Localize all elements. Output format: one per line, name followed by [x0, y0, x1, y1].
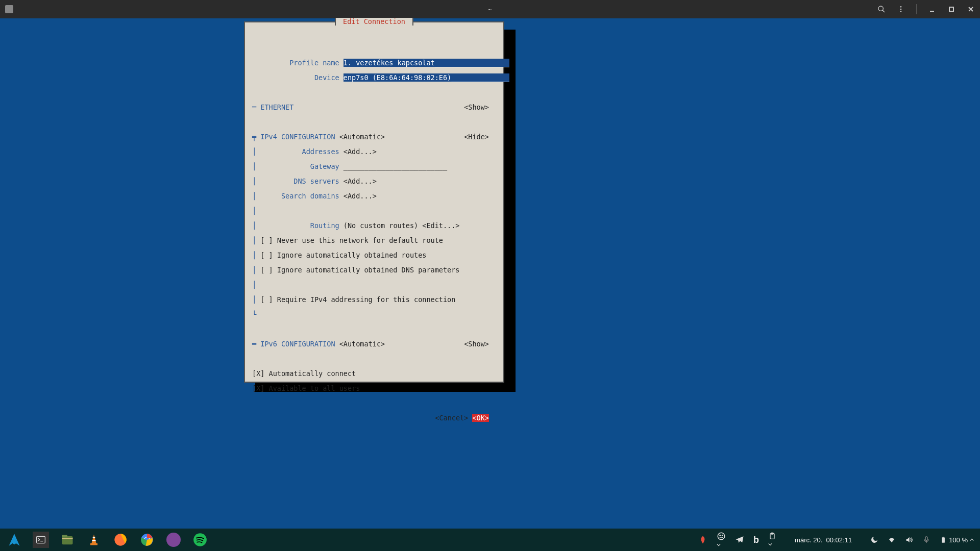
svg-point-2	[900, 6, 902, 8]
checkbox-ignore-routes[interactable]: [ ] Ignore automatically obtained routes	[260, 251, 426, 259]
routing-label: Routing	[310, 221, 339, 230]
battery-percent: 100 %	[949, 536, 968, 544]
routing-edit[interactable]: <Edit...>	[422, 221, 459, 230]
microphone-tray-icon[interactable]	[922, 536, 930, 544]
svg-rect-10	[62, 536, 73, 544]
spotify-launcher-icon[interactable]	[192, 532, 208, 548]
maximize-button[interactable]	[947, 5, 955, 13]
svg-rect-12	[62, 538, 73, 539]
ipv6-mode[interactable]: <Automatic>	[339, 340, 385, 348]
search-domains-add[interactable]: <Add...>	[344, 192, 377, 200]
checkbox-auto-connect[interactable]: [X] Automatically connect	[252, 369, 356, 378]
window-titlebar: ~	[0, 0, 980, 18]
svg-rect-14	[93, 537, 95, 538]
checkbox-ignore-dns[interactable]: [ ] Ignore automatically obtained DNS pa…	[260, 266, 459, 274]
svg-line-1	[883, 10, 885, 12]
arch-menu-icon[interactable]	[6, 532, 22, 548]
svg-point-4	[900, 11, 902, 12]
ethernet-section-label: ETHERNET	[260, 103, 293, 111]
gateway-input[interactable]: _________________________	[344, 162, 447, 170]
svg-point-22	[720, 535, 721, 536]
volume-tray-icon[interactable]	[905, 536, 913, 544]
svg-rect-11	[62, 535, 68, 538]
dns-label: DNS servers	[293, 177, 339, 185]
network-tray-icon[interactable]	[888, 536, 896, 544]
svg-rect-15	[92, 540, 96, 541]
ok-button[interactable]: <OK>	[472, 414, 489, 422]
device-label: Device	[314, 73, 339, 82]
profile-name-input[interactable]: 1. vezetékes kapcsolat__________________	[344, 59, 509, 67]
svg-rect-9	[37, 536, 45, 543]
svg-rect-27	[942, 537, 945, 543]
ipv4-hide-toggle[interactable]: <Hide>	[464, 133, 489, 141]
svg-point-21	[718, 533, 725, 540]
ipv4-mode[interactable]: <Automatic>	[339, 133, 385, 141]
ethernet-show-toggle[interactable]: <Show>	[464, 104, 489, 111]
addresses-label: Addresses	[302, 147, 339, 156]
window-title: ~	[488, 6, 492, 13]
emoji-picker-icon[interactable]	[717, 532, 726, 548]
svg-rect-28	[943, 537, 944, 537]
checkbox-never-default[interactable]: [ ] Never use this network for default r…	[260, 236, 443, 244]
svg-point-0	[878, 6, 883, 11]
bing-tray-icon[interactable]: b	[753, 535, 759, 545]
ipv6-show-toggle[interactable]: <Show>	[464, 340, 489, 348]
ipv6-section-label: IPv6 CONFIGURATION	[260, 340, 335, 348]
gateway-label: Gateway	[310, 162, 339, 170]
vlc-launcher-icon[interactable]	[86, 532, 102, 548]
chrome-launcher-icon[interactable]	[139, 532, 155, 548]
routing-value: (No custom routes)	[344, 221, 418, 230]
dns-add[interactable]: <Add...>	[344, 177, 377, 185]
menu-icon[interactable]	[897, 5, 905, 13]
checkbox-all-users[interactable]: [X] Available to all users	[252, 384, 360, 392]
battery-tray-icon[interactable]: 100 %	[940, 536, 974, 544]
files-launcher-icon[interactable]	[59, 532, 76, 548]
svg-point-23	[722, 535, 723, 536]
svg-rect-13	[90, 543, 97, 545]
night-mode-icon[interactable]	[870, 536, 878, 544]
svg-rect-6	[949, 7, 953, 11]
taskbar-datetime[interactable]: márc. 20. 00:02:11	[795, 536, 852, 544]
cancel-button[interactable]: <Cancel>	[435, 414, 468, 422]
checkbox-require-ipv4[interactable]: [ ] Require IPv4 addressing for this con…	[260, 295, 455, 304]
terminal-app-icon	[5, 5, 13, 13]
search-domains-label: Search domains	[281, 192, 339, 200]
svg-rect-26	[925, 537, 927, 540]
taskbar: b márc. 20. 00:02:11 100 %	[0, 529, 980, 551]
dialog-title: Edit Connection	[335, 18, 413, 26]
titlebar-divider	[916, 4, 917, 14]
addresses-add[interactable]: <Add...>	[344, 147, 377, 156]
telegram-tray-icon[interactable]	[735, 535, 744, 544]
nmtui-dialog: Edit Connection Profile name 1. vezetéke…	[244, 21, 504, 383]
tray-app-icon[interactable]	[698, 535, 707, 544]
svg-point-3	[900, 9, 902, 10]
search-icon[interactable]	[877, 5, 886, 13]
minimize-button[interactable]	[928, 5, 936, 13]
clipboard-tray-icon[interactable]	[768, 532, 776, 548]
firefox-launcher-icon[interactable]	[112, 532, 129, 548]
tor-launcher-icon[interactable]	[165, 532, 182, 548]
terminal-area: Edit Connection Profile name 1. vezetéke…	[0, 18, 980, 529]
terminal-launcher-icon[interactable]	[33, 532, 49, 548]
ipv4-section-label: IPv4 CONFIGURATION	[260, 133, 335, 141]
close-button[interactable]	[967, 5, 975, 13]
profile-name-label: Profile name	[289, 59, 339, 67]
device-input[interactable]: enp7s0 (E8:6A:64:98:02:E6)______________	[344, 73, 509, 82]
